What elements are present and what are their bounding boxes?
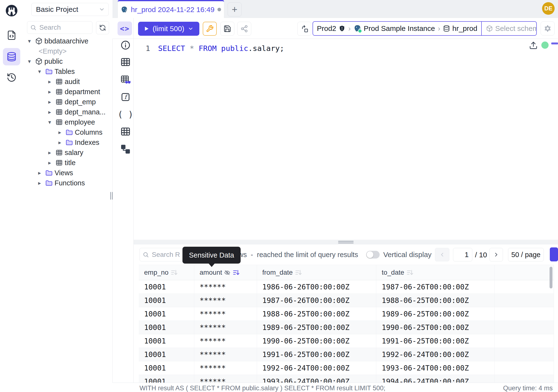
page-size-select[interactable]: 50 / page <box>508 248 544 261</box>
chevron-down-icon[interactable]: ▾ <box>38 69 45 74</box>
table-cell[interactable]: ****** <box>194 348 257 361</box>
table-cell[interactable]: 1992-06-24T00:00:00Z <box>376 348 495 361</box>
table-cell[interactable]: 10001 <box>139 361 194 375</box>
chevron-right-icon[interactable]: ▸ <box>48 89 55 95</box>
table-list-panel-icon[interactable] <box>120 126 131 137</box>
tree-item-empty[interactable]: <Empty> <box>23 46 113 56</box>
table-cell[interactable]: ****** <box>194 280 257 294</box>
column-header-from_date[interactable]: from_date <box>257 265 376 280</box>
tree-item-title[interactable]: ▸title <box>23 158 113 168</box>
sql-code[interactable]: SELECT * FROM public.salary; <box>158 44 284 53</box>
chevron-down-icon[interactable] <box>188 26 193 32</box>
sort-icon[interactable] <box>170 269 178 276</box>
table-cell[interactable]: 1987-06-26T00:00:00Z <box>257 294 376 307</box>
table-cell[interactable]: 1994-06-24T00:00:00Z <box>376 375 495 383</box>
worksheet-file-code-icon[interactable] <box>7 30 17 40</box>
table-cell[interactable]: 1991-06-25T00:00:00Z <box>376 334 495 348</box>
table-panel-icon[interactable] <box>120 57 131 67</box>
chevron-right-icon[interactable]: ▸ <box>58 140 66 145</box>
page-number-input[interactable] <box>453 248 472 261</box>
table-cell[interactable] <box>495 280 554 294</box>
chevron-right-icon[interactable]: ▸ <box>48 79 55 85</box>
tree-item-indexes[interactable]: ▸Indexes <box>23 137 113 148</box>
column-header-amount[interactable]: amount <box>194 265 257 280</box>
schema-diagram-panel-icon[interactable] <box>120 144 131 155</box>
tree-item-salary[interactable]: ▸salary <box>23 148 113 158</box>
table-cell[interactable]: 1993-06-24T00:00:00Z <box>376 361 495 375</box>
chevron-right-icon[interactable]: ▸ <box>48 99 55 105</box>
table-cell[interactable]: 1990-06-25T00:00:00Z <box>376 321 495 334</box>
sort-icon[interactable] <box>295 269 302 276</box>
table-cell[interactable]: 1990-06-25T00:00:00Z <box>257 334 376 348</box>
table-cell[interactable]: ****** <box>194 361 257 375</box>
select-schema[interactable]: Select schema <box>481 22 537 35</box>
table-cell[interactable]: 1986-06-26T00:00:00Z <box>257 280 376 294</box>
table-cell[interactable]: 10001 <box>139 321 194 334</box>
table-cell[interactable] <box>495 334 554 348</box>
chevron-right-icon[interactable]: ▸ <box>38 180 45 186</box>
run-query-button[interactable]: (limit 500) <box>138 22 199 36</box>
chevron-right-icon[interactable]: ▸ <box>38 170 45 176</box>
vertical-scrollbar[interactable] <box>549 267 552 288</box>
next-page-button[interactable] <box>489 248 503 261</box>
refresh-button[interactable] <box>96 21 109 34</box>
table-cell[interactable] <box>495 348 554 361</box>
code-mode-button[interactable]: <> <box>118 21 132 35</box>
table-cell[interactable]: 1988-06-25T00:00:00Z <box>376 294 495 307</box>
tree-item-dept-emp[interactable]: ▸dept_emp <box>23 97 113 107</box>
function-panel-icon[interactable]: f <box>120 92 131 102</box>
tree-item-department[interactable]: ▸department <box>23 87 113 97</box>
avatar[interactable]: DE <box>542 2 555 15</box>
table-cell[interactable]: 10001 <box>139 375 194 383</box>
info-icon[interactable] <box>120 40 131 51</box>
export-button[interactable] <box>550 247 558 261</box>
chevron-right-icon[interactable]: ▸ <box>48 150 55 156</box>
tree-item-dept-mana[interactable]: ▸dept_mana... <box>23 107 113 117</box>
chevron-down-icon[interactable]: ▾ <box>48 120 55 125</box>
splitter-handle[interactable] <box>338 243 354 243</box>
table-cell[interactable] <box>495 307 554 321</box>
tab-hr-prod[interactable]: hr_prod 2024-11-22 16:49 <box>118 0 224 18</box>
tree-item-tables[interactable]: ▾Tables <box>23 66 113 77</box>
prev-page-button[interactable] <box>435 248 449 261</box>
table-cell[interactable]: 10001 <box>139 307 194 321</box>
tree-item-bbdataarchive[interactable]: ▾bbdataarchive <box>23 36 113 46</box>
table-cell[interactable]: ****** <box>194 307 257 321</box>
table-cell[interactable]: 10001 <box>139 294 194 307</box>
chevron-down-icon[interactable]: ▾ <box>28 59 35 64</box>
connection-breadcrumb[interactable]: Prod2 › Prod Sample Instance › <box>313 21 537 36</box>
sidebar-resize-handle[interactable] <box>110 192 114 200</box>
table-cell[interactable] <box>495 375 554 383</box>
table-cell[interactable]: ****** <box>194 334 257 348</box>
sort-icon[interactable] <box>406 269 413 276</box>
table-cell[interactable]: 1989-06-25T00:00:00Z <box>257 321 376 334</box>
upload-icon[interactable] <box>529 41 538 50</box>
table-cell[interactable]: 1987-06-26T00:00:00Z <box>376 280 495 294</box>
admin-wrench-button[interactable] <box>203 22 217 36</box>
table-cell[interactable]: ****** <box>194 321 257 334</box>
table-cell[interactable]: 1993-06-24T00:00:00Z <box>257 375 376 383</box>
sensitive-data-panel-icon[interactable] <box>120 74 131 85</box>
results-splitter[interactable] <box>134 240 558 244</box>
table-cell[interactable]: 1988-06-25T00:00:00Z <box>257 307 376 321</box>
ai-assistant-button[interactable] <box>541 21 555 35</box>
chevron-right-icon[interactable]: ▸ <box>58 130 66 135</box>
chevron-right-icon[interactable]: ▸ <box>48 160 55 166</box>
table-cell[interactable]: 1992-06-24T00:00:00Z <box>257 361 376 375</box>
table-cell[interactable]: 1989-06-25T00:00:00Z <box>376 307 495 321</box>
database-icon[interactable] <box>7 52 17 62</box>
table-cell[interactable] <box>495 361 554 375</box>
table-cell[interactable]: ****** <box>194 294 257 307</box>
tree-item-columns[interactable]: ▸Columns <box>23 127 113 137</box>
tree-item-employee[interactable]: ▾employee <box>23 117 113 127</box>
new-tab-button[interactable]: + <box>227 2 242 17</box>
chevron-down-icon[interactable]: ▾ <box>28 38 35 44</box>
column-header-to_date[interactable]: to_date <box>376 265 495 280</box>
splitter-handle[interactable] <box>338 241 354 242</box>
tree-item-functions[interactable]: ▸Functions <box>23 178 113 188</box>
project-select[interactable]: Basic Project <box>31 3 109 16</box>
sort-icon[interactable] <box>232 269 240 276</box>
table-cell[interactable]: 10001 <box>139 334 194 348</box>
tree-item-public[interactable]: ▾public <box>23 56 113 66</box>
parentheses-panel-icon[interactable]: ( ) <box>120 109 131 120</box>
